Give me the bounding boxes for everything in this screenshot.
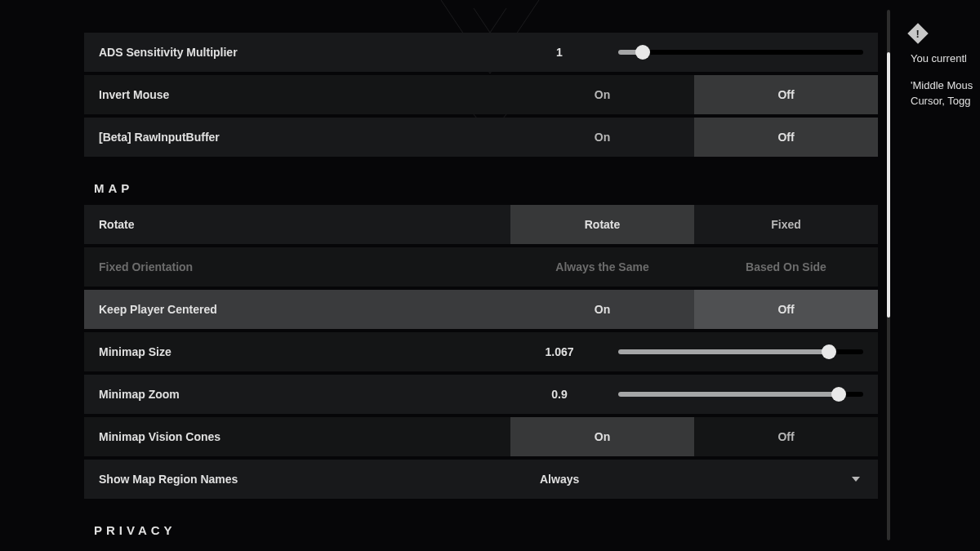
rotate-label: Rotate — [84, 205, 510, 244]
slider-track[interactable] — [618, 392, 863, 397]
scrollbar-thumb[interactable] — [887, 52, 890, 318]
slider-fill — [618, 392, 839, 397]
slider-track[interactable] — [618, 349, 863, 354]
scrollbar-track[interactable] — [887, 10, 890, 540]
row-minimap-zoom: Minimap Zoom 0.9 — [84, 375, 878, 414]
minimap-zoom-slider[interactable]: 0.9 — [510, 375, 878, 414]
region-names-value: Always — [540, 473, 579, 486]
info-line-3: Cursor, Togg — [911, 95, 980, 107]
invert-mouse-label: Invert Mouse — [84, 75, 510, 114]
row-rotate: Rotate Rotate Fixed — [84, 205, 878, 244]
row-vision-cones: Minimap Vision Cones On Off — [84, 417, 878, 456]
slider-fill — [618, 349, 829, 354]
info-line-1: You currentl — [911, 52, 980, 64]
raw-input-on[interactable]: On — [510, 118, 694, 157]
row-minimap-size: Minimap Size 1.067 — [84, 332, 878, 371]
slider-thumb[interactable] — [635, 45, 650, 60]
fixed-orientation-a: Always the Same — [510, 247, 694, 287]
keep-centered-label: Keep Player Centered — [84, 290, 510, 329]
alert-icon: ! — [907, 23, 928, 43]
section-header-map: MAP — [84, 160, 878, 205]
region-names-dropdown[interactable]: Always — [510, 460, 878, 499]
ads-sensitivity-label: ADS Sensitivity Multiplier — [84, 33, 510, 72]
vision-cones-label: Minimap Vision Cones — [84, 417, 510, 456]
info-line-2: 'Middle Mous — [911, 79, 980, 91]
region-names-label: Show Map Region Names — [84, 460, 510, 499]
row-invert-mouse: Invert Mouse On Off — [84, 75, 878, 114]
row-ads-sensitivity: ADS Sensitivity Multiplier 1 — [84, 33, 878, 72]
fixed-orientation-b: Based On Side — [694, 247, 878, 287]
rotate-opt-fixed[interactable]: Fixed — [694, 205, 878, 244]
row-region-names: Show Map Region Names Always — [84, 460, 878, 499]
settings-panel: ADS Sensitivity Multiplier 1 Invert Mous… — [84, 33, 878, 547]
info-pane: ! You currentl 'Middle Mous Cursor, Togg — [911, 26, 980, 110]
raw-input-off[interactable]: Off — [694, 118, 878, 157]
slider-thumb[interactable] — [831, 387, 846, 402]
vision-cones-off[interactable]: Off — [694, 417, 878, 456]
rotate-opt-rotate[interactable]: Rotate — [510, 205, 694, 244]
ads-sensitivity-slider[interactable]: 1 — [510, 33, 878, 72]
minimap-zoom-label: Minimap Zoom — [84, 375, 510, 414]
keep-centered-off[interactable]: Off — [694, 290, 878, 329]
fixed-orientation-label: Fixed Orientation — [84, 247, 510, 287]
row-keep-player-centered: Keep Player Centered On Off — [84, 290, 878, 329]
vision-cones-on[interactable]: On — [510, 417, 694, 456]
minimap-size-slider[interactable]: 1.067 — [510, 332, 878, 371]
chevron-down-icon — [852, 477, 860, 482]
row-fixed-orientation: Fixed Orientation Always the Same Based … — [84, 247, 878, 287]
minimap-size-value: 1.067 — [510, 345, 608, 358]
invert-mouse-on[interactable]: On — [510, 75, 694, 114]
keep-centered-on[interactable]: On — [510, 290, 694, 329]
minimap-size-label: Minimap Size — [84, 332, 510, 371]
minimap-zoom-value: 0.9 — [510, 388, 608, 401]
raw-input-label: [Beta] RawInputBuffer — [84, 118, 510, 157]
slider-thumb[interactable] — [822, 344, 836, 359]
scrollbar[interactable] — [884, 10, 893, 540]
row-raw-input: [Beta] RawInputBuffer On Off — [84, 118, 878, 157]
ads-sensitivity-value: 1 — [510, 46, 608, 59]
invert-mouse-off[interactable]: Off — [694, 75, 878, 114]
slider-track[interactable] — [618, 50, 863, 55]
section-header-privacy: PRIVACY — [84, 502, 878, 547]
